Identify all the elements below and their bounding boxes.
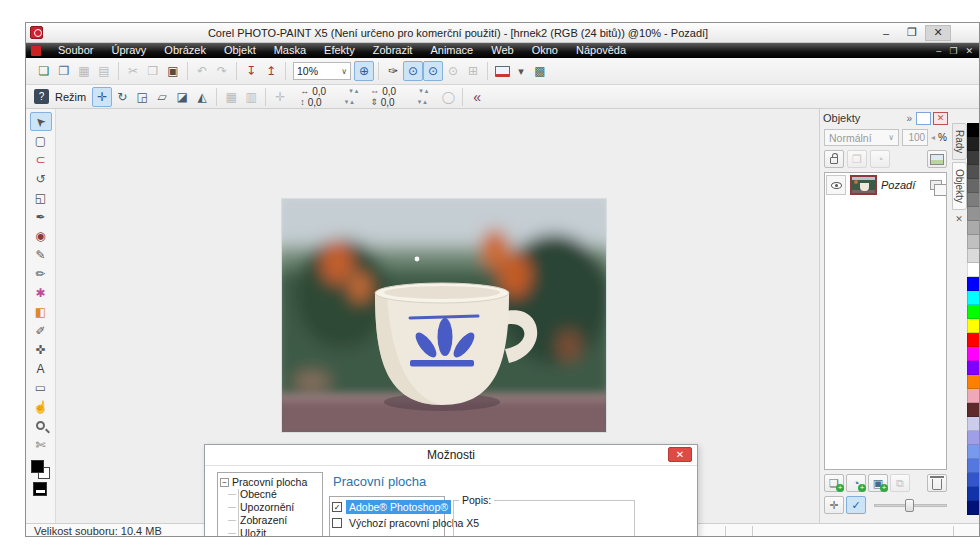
brush-variant-tool[interactable]: ✜ [30,340,52,359]
undo-icon[interactable]: ↶ [192,61,212,81]
palette-swatch[interactable] [967,417,980,431]
new-document-icon[interactable]: ❏ [34,61,54,81]
new-object-from-mask-button[interactable]: ▣+ [868,474,888,492]
apply-transform-icon[interactable]: ▦ [221,87,241,107]
palette-swatch[interactable] [967,375,980,389]
menu-napoveda[interactable]: Nápověda [567,43,635,58]
proof-settings-icon[interactable] [492,61,512,81]
palette-swatch[interactable] [967,291,980,305]
position-mode-icon[interactable]: ✛ [92,87,112,107]
eyedropper-tool[interactable]: ✒ [30,207,52,226]
skew-mode-icon[interactable]: ▱ [152,87,172,107]
magnetic-mask-tool[interactable]: ⊂ [30,150,52,169]
menu-maska[interactable]: Maska [265,43,315,58]
new-object-button[interactable]: ❏+ [824,474,844,492]
rectangle-tool[interactable]: ▭ [30,378,52,397]
layer-visibility-toggle[interactable] [826,175,846,195]
blend-mode-button[interactable]: ❐ [847,150,867,168]
palette-swatch[interactable] [967,347,980,361]
combine-objects-button[interactable]: ⧉ [890,474,910,492]
pan-tool[interactable]: ☝ [30,397,52,416]
cut-icon[interactable]: ✂ [123,61,143,81]
close-button[interactable]: ✕ [925,25,951,41]
spinner-icon[interactable]: ▾▴ [345,98,356,106]
print-icon[interactable]: ▤ [94,61,114,81]
opacity-spinner-icon[interactable]: ◂ [931,133,935,142]
tree-node-display[interactable]: Zobrazení [220,514,320,527]
menu-web[interactable]: Web [482,43,522,58]
zoom-level-combo[interactable]: 10% ∨ [293,62,351,80]
rectangle-mask-tool[interactable]: ▢ [30,131,52,150]
copy-icon[interactable]: ❒ [143,61,163,81]
export-icon[interactable]: ↥ [261,61,281,81]
palette-swatch[interactable] [967,487,980,501]
slider-thumb[interactable] [905,499,914,512]
text-tool[interactable]: A [30,359,52,378]
zoom-tool[interactable] [30,416,52,435]
palette-swatch[interactable] [967,179,980,193]
doc-minimize-button[interactable]: – [936,46,941,56]
position-y-field[interactable]: 0,0 [308,97,342,108]
menu-zobrazit[interactable]: Zobrazit [364,43,422,58]
fill-tool[interactable]: ◧ [30,302,52,321]
palette-swatch[interactable] [967,389,980,403]
crop-tool[interactable]: ◱ [30,188,52,207]
palette-swatch[interactable] [967,473,980,487]
touch-up-brush-tool[interactable]: ✏ [30,264,52,283]
docker-collapse-button[interactable] [916,112,931,125]
fill-color-swatch[interactable] [33,482,47,496]
palette-swatch[interactable] [967,137,980,151]
checkbox-checked-icon[interactable]: ✓ [332,502,342,512]
clip-mask-button[interactable]: ◔ [870,150,890,168]
palette-swatch[interactable] [967,459,980,473]
tab-hints[interactable]: Rady [952,123,967,160]
palette-swatch[interactable] [967,305,980,319]
tree-node-workspace[interactable]: − Pracovní plocha [220,476,320,488]
palette-swatch[interactable] [967,249,980,263]
size-height-field[interactable]: 0,0 [381,97,415,108]
doc-restore-button[interactable]: ❐ [949,46,957,56]
foreground-color-swatch[interactable] [31,460,44,473]
import-icon[interactable]: ↧ [241,61,261,81]
show-mask-marquee-icon[interactable]: ⊙ [403,61,423,81]
tree-expander-icon[interactable]: − [220,478,229,487]
palette-swatch[interactable] [967,263,980,277]
docker-chevron-icon[interactable]: » [906,113,912,124]
palette-swatch[interactable] [967,207,980,221]
layer-row-background[interactable]: Pozadí [825,173,946,197]
tab-objects[interactable]: Objekty [952,162,967,210]
invert-mask-icon[interactable]: ⊙ [443,61,463,81]
image-adjustment-lab-icon[interactable]: ✑ [383,61,403,81]
fullscreen-preview-icon[interactable]: ▩ [530,61,550,81]
tree-node-save[interactable]: Uložit [220,527,320,537]
palette-swatch[interactable] [967,123,980,137]
pick-tool[interactable]: ➤ [30,112,52,131]
distort-mode-icon[interactable]: ◪ [172,87,192,107]
spinner-icon[interactable]: ▾▴ [419,87,430,95]
red-eye-removal-tool[interactable]: ◉ [30,226,52,245]
palette-swatch[interactable] [967,221,980,235]
workspace-option-default[interactable]: Výchozí pracovní plocha X5 [332,516,442,530]
palette-swatch[interactable] [967,193,980,207]
perspective-mode-icon[interactable]: ◭ [192,87,212,107]
redo-icon[interactable]: ↷ [212,61,232,81]
lock-transparency-button[interactable] [824,150,844,168]
checkbox-unchecked-icon[interactable] [332,518,342,528]
menu-obrazek[interactable]: Obrázek [155,43,215,58]
rotate-mode-icon[interactable]: ↻ [112,87,132,107]
opacity-field[interactable]: 100 [902,129,928,146]
show-selected-button[interactable]: ✓ [846,496,866,514]
remove-mask-icon[interactable]: ⊞ [463,61,483,81]
menu-objekt[interactable]: Objekt [215,43,265,58]
apply-to-duplicate-icon[interactable]: ▥ [241,87,261,107]
palette-swatch[interactable] [967,151,980,165]
palette-swatch[interactable] [967,235,980,249]
merge-mode-select[interactable]: Normální ∨ [824,129,899,146]
palette-swatch[interactable] [967,501,980,515]
transparency-icon[interactable]: ◯ [438,87,458,107]
thumbnail-size-slider[interactable] [874,498,947,512]
menu-okno[interactable]: Okno [523,43,567,58]
menu-animace[interactable]: Animace [421,43,482,58]
palette-swatch[interactable] [967,333,980,347]
palette-swatch[interactable] [967,277,980,291]
